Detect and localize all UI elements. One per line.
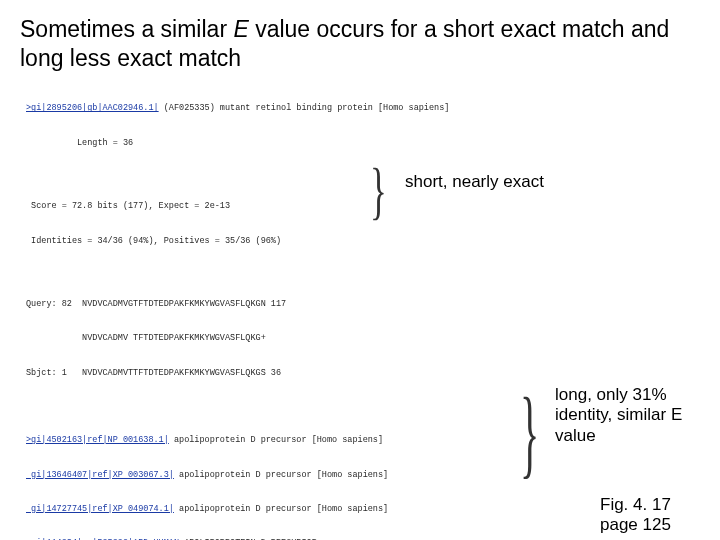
alignment-1: >gi|2895206|gb|AAC02946.1| (AF025335) mu… xyxy=(26,81,720,403)
seq1-desc: (AF025335) mutant retinol binding protei… xyxy=(159,103,450,113)
seq1-length: Length = 36 xyxy=(26,138,720,149)
seq1-identities: Identities = 34/36 (94%), Positives = 35… xyxy=(26,236,720,247)
figref-line2: page 125 xyxy=(600,515,671,535)
seq1-header: >gi|2895206|gb|AAC02946.1| (AF025335) mu… xyxy=(26,103,720,114)
ref-2: gi|13646407|ref|XP 003067.3| apolipoprot… xyxy=(26,470,720,481)
seq1-gi-link[interactable]: >gi|2895206|gb|AAC02946.1| xyxy=(26,103,159,113)
annotation-short: short, nearly exact xyxy=(405,172,544,192)
title-pre: Sometimes a similar xyxy=(20,16,233,42)
figref-line1: Fig. 4. 17 xyxy=(600,495,671,515)
ref2-link[interactable]: gi|13646407|ref|XP 003067.3| xyxy=(26,470,174,480)
seq1-query: Query: 82 NVDVCADMVGTFTDTEDPAKFKMKYWGVAS… xyxy=(26,299,720,310)
bracket-icon: } xyxy=(370,155,387,227)
title-italic: E xyxy=(233,16,248,42)
seq1-match: NVDVCADMV TFTDTEDPAKFKMKYWGVASFLQKG+ xyxy=(26,333,720,344)
slide-title: Sometimes a similar E value occurs for a… xyxy=(0,0,720,81)
seq1-sbjct: Sbjct: 1 NVDVCADMVTTFTDTEDPAKFKMKYWGVASF… xyxy=(26,368,720,379)
ref1-link[interactable]: >gi|4502163|ref|NP 001638.1| xyxy=(26,435,169,445)
bracket-icon: } xyxy=(520,375,539,490)
ref3-link[interactable]: gi|14727745|ref|XP 049074.1| xyxy=(26,504,174,514)
figure-reference: Fig. 4. 17 page 125 xyxy=(600,495,671,536)
annotation-long: long, only 31% identity, similar E value xyxy=(555,385,705,446)
content-area: >gi|2895206|gb|AAC02946.1| (AF025335) mu… xyxy=(0,81,720,541)
